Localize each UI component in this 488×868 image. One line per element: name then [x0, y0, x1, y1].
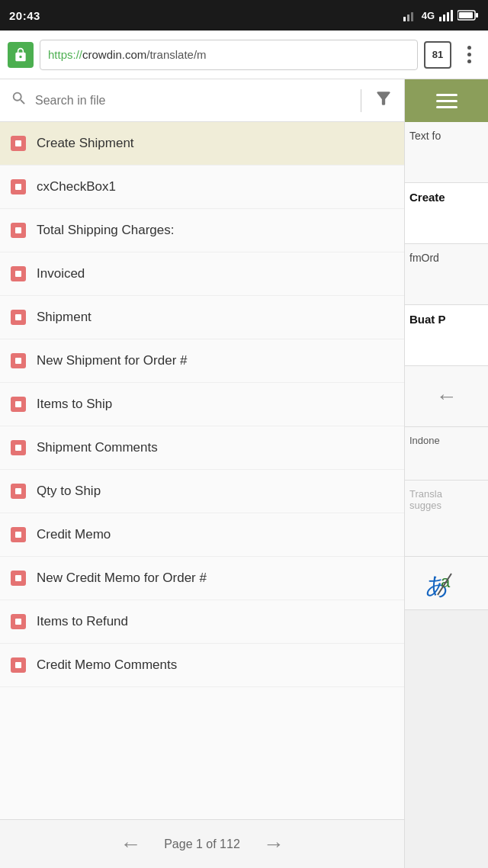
menu-dot-2	[467, 53, 471, 56]
right-panel-cell: Create	[405, 183, 488, 244]
item-status-dot	[11, 657, 26, 673]
item-status-dot	[11, 484, 26, 499]
item-label: Total Shipping Charges:	[37, 223, 175, 238]
translate-suggestion-text: Transla sugges	[409, 488, 442, 511]
svg-rect-4	[443, 14, 445, 21]
list-item[interactable]: New Shipment for Order #	[0, 339, 404, 383]
tabs-count: 81	[432, 49, 443, 60]
right-panel-cell: Indone	[405, 427, 488, 481]
search-input[interactable]	[35, 94, 353, 108]
item-status-dot	[11, 310, 26, 325]
left-panel: Create ShipmentcxCheckBox1Total Shipping…	[0, 79, 404, 868]
list-item[interactable]: Credit Memo Comments	[0, 644, 404, 687]
url-domain: crowdin.com	[82, 48, 146, 61]
url-https: https://	[48, 48, 82, 61]
pagination: ← Page 1 of 112 →	[0, 819, 404, 868]
svg-rect-1	[407, 14, 409, 21]
translate-icon: あ a	[424, 566, 470, 600]
item-label: New Shipment for Order #	[37, 353, 187, 368]
item-label: Shipment Comments	[37, 440, 158, 455]
right-cell-text: Buat P	[409, 313, 446, 326]
browser-bar: https://crowdin.com/translate/m 81	[0, 31, 488, 79]
item-label: cxCheckBox1	[37, 179, 116, 194]
item-label: Items to Ship	[37, 397, 112, 412]
right-cell-text: ←	[436, 384, 458, 409]
svg-rect-2	[411, 12, 413, 21]
item-status-dot	[11, 397, 26, 412]
right-cell-text: Create	[409, 191, 445, 204]
signal-icon	[403, 9, 417, 21]
tabs-button[interactable]: 81	[424, 41, 451, 69]
prev-page-button[interactable]: ←	[120, 834, 141, 855]
menu-dot-1	[467, 46, 471, 50]
item-label: Invoiced	[37, 266, 85, 281]
hamburger-line-1	[436, 94, 458, 96]
item-label: Credit Memo	[37, 527, 111, 542]
svg-rect-8	[459, 12, 473, 18]
filter-icon[interactable]	[374, 88, 393, 113]
search-divider	[361, 89, 361, 112]
list-item[interactable]: Invoiced	[0, 252, 404, 296]
item-status-dot	[11, 440, 26, 455]
svg-rect-3	[439, 17, 441, 21]
right-cell-text: Text fo	[409, 130, 441, 142]
search-bar	[0, 79, 404, 122]
list-item[interactable]: Credit Memo	[0, 513, 404, 557]
svg-rect-0	[403, 17, 406, 21]
item-label: New Credit Memo for Order #	[37, 571, 207, 586]
item-label: Create Shipment	[37, 136, 134, 151]
lock-icon	[8, 42, 34, 68]
item-status-dot	[11, 527, 26, 542]
right-panel-cell[interactable]: ←	[405, 366, 488, 427]
status-icons: 4G	[403, 9, 479, 21]
list-item[interactable]: Shipment	[0, 296, 404, 339]
lock-svg	[13, 47, 28, 63]
item-status-dot	[11, 353, 26, 368]
item-status-dot	[11, 614, 26, 629]
status-time: 20:43	[9, 9, 40, 22]
item-label: Qty to Ship	[37, 484, 101, 499]
hamburger-icon	[436, 94, 458, 108]
list-item[interactable]: Shipment Comments	[0, 426, 404, 470]
item-label: Items to Refund	[37, 614, 128, 629]
signal-icon-2	[439, 9, 453, 21]
list-item[interactable]: Items to Ship	[0, 383, 404, 426]
item-label: Shipment	[37, 310, 92, 325]
item-status-dot	[11, 179, 26, 194]
hamburger-line-3	[436, 106, 458, 108]
right-panel-cell: Text fo	[405, 122, 488, 183]
list-item[interactable]: Create Shipment	[0, 122, 404, 166]
right-cell-text: Indone	[409, 435, 440, 446]
item-status-dot	[11, 223, 26, 238]
network-type: 4G	[422, 10, 435, 21]
item-label: Credit Memo Comments	[37, 657, 177, 673]
search-icon	[11, 90, 27, 111]
right-panel-cell: fmOrd	[405, 244, 488, 305]
battery-icon	[458, 10, 479, 21]
url-bar[interactable]: https://crowdin.com/translate/m	[40, 40, 418, 70]
url-text: https://crowdin.com/translate/m	[48, 48, 207, 61]
svg-rect-6	[451, 10, 453, 21]
list-item[interactable]: Items to Refund	[0, 600, 404, 644]
list-item[interactable]: cxCheckBox1	[0, 166, 404, 209]
items-list: Create ShipmentcxCheckBox1Total Shipping…	[0, 122, 404, 819]
right-panel-cell: Transla sugges	[405, 481, 488, 557]
item-status-dot	[11, 266, 26, 281]
svg-rect-9	[476, 13, 478, 18]
url-path: /translate/m	[146, 48, 206, 61]
list-item[interactable]: Total Shipping Charges:	[0, 209, 404, 252]
svg-rect-5	[447, 12, 449, 21]
right-panel-cell: あ a	[405, 557, 488, 610]
item-status-dot	[11, 571, 26, 586]
right-panel: Text foCreatefmOrdBuat P←IndoneTransla s…	[404, 79, 488, 868]
status-bar: 20:43 4G	[0, 0, 488, 31]
right-cell-text: fmOrd	[409, 252, 439, 264]
item-status-dot	[11, 136, 26, 151]
right-panel-cell: Buat P	[405, 305, 488, 366]
list-item[interactable]: Qty to Ship	[0, 470, 404, 513]
next-page-button[interactable]: →	[263, 834, 284, 855]
right-panel-header[interactable]	[405, 79, 488, 122]
list-item[interactable]: New Credit Memo for Order #	[0, 557, 404, 600]
browser-menu-button[interactable]	[458, 41, 480, 69]
main-content: Create ShipmentcxCheckBox1Total Shipping…	[0, 79, 488, 868]
